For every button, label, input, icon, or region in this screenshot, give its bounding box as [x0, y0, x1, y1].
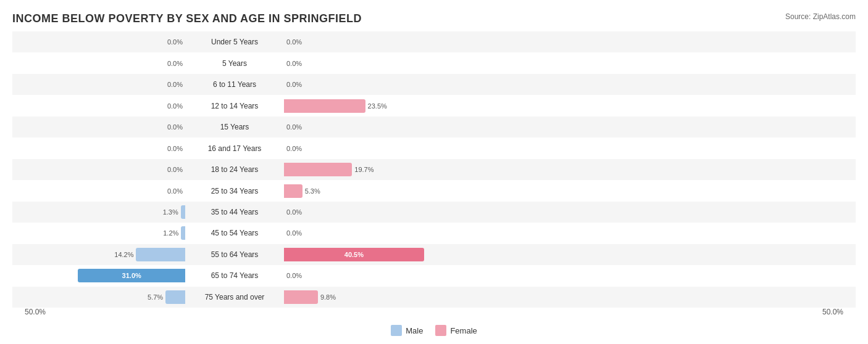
- bottom-labels: 50.0% 50.0%: [12, 308, 856, 316]
- male-side: 0.0%: [12, 99, 185, 113]
- bar-row: 0.0%16 and 17 Years0.0%: [12, 137, 856, 158]
- male-bar: 31.0%: [78, 269, 185, 282]
- female-value-label: 19.7%: [354, 166, 374, 173]
- male-value-label: 0.0%: [163, 102, 183, 110]
- male-value-label: 5.7%: [143, 293, 163, 301]
- female-value-label: 0.0%: [286, 60, 306, 67]
- female-bar: [284, 163, 352, 176]
- female-side: 0.0%: [284, 142, 457, 155]
- age-label: 16 and 17 Years: [185, 144, 284, 153]
- male-value-label: 14.2%: [114, 251, 133, 258]
- female-side: 0.0%: [284, 205, 457, 219]
- female-side: 0.0%: [284, 57, 457, 70]
- female-value-label: 0.0%: [286, 272, 306, 279]
- legend-female-box: [435, 325, 446, 336]
- age-label: 18 to 24 Years: [185, 165, 284, 174]
- male-bar: [181, 205, 185, 219]
- female-side: 0.0%: [284, 226, 457, 240]
- male-bar: [181, 226, 185, 240]
- male-side: 0.0%: [12, 57, 185, 70]
- male-side: 0.0%: [12, 78, 185, 91]
- male-value-label: 0.0%: [163, 166, 183, 173]
- bar-row: 0.0%5 Years0.0%: [12, 52, 856, 73]
- male-side: 0.0%: [12, 142, 185, 155]
- age-label: Under 5 Years: [185, 38, 284, 46]
- male-value-label: 0.0%: [163, 81, 183, 88]
- female-bar: [284, 184, 303, 198]
- male-bar: [136, 248, 185, 261]
- bar-row: 0.0%25 to 34 Years5.3%: [12, 180, 856, 201]
- male-value-label: 1.3%: [159, 208, 178, 216]
- source-label: Source: ZipAtlas.com: [785, 12, 856, 21]
- male-side: 5.7%: [12, 290, 185, 304]
- age-label: 55 to 64 Years: [185, 250, 284, 259]
- female-bar: [284, 99, 365, 113]
- male-value-label: 0.0%: [163, 145, 183, 152]
- age-label: 12 to 14 Years: [185, 102, 284, 110]
- legend: Male Female: [12, 321, 856, 340]
- chart-title: INCOME BELOW POVERTY BY SEX AND AGE IN S…: [12, 12, 856, 25]
- female-side: 40.5%: [284, 248, 457, 261]
- female-value-label: 9.8%: [320, 293, 340, 301]
- male-side: 0.0%: [12, 184, 185, 198]
- female-side: 0.0%: [284, 269, 457, 282]
- bar-row: 14.2%55 to 64 Years40.5%: [12, 244, 856, 265]
- female-value-label: 0.0%: [286, 38, 306, 46]
- male-value-label: 1.2%: [159, 229, 178, 237]
- female-side: 0.0%: [284, 78, 457, 91]
- legend-male-label: Male: [406, 326, 423, 335]
- bottom-left-label: 50.0%: [25, 308, 46, 316]
- bar-row: 31.0%65 to 74 Years0.0%: [12, 265, 856, 286]
- chart-container: INCOME BELOW POVERTY BY SEX AND AGE IN S…: [0, 0, 868, 344]
- age-label: 5 Years: [185, 59, 284, 68]
- bar-row: 0.0%18 to 24 Years19.7%: [12, 159, 856, 180]
- male-side: 31.0%: [12, 269, 185, 282]
- female-bar: 40.5%: [284, 248, 424, 261]
- male-value-label: 0.0%: [163, 60, 183, 67]
- bar-row: 0.0%12 to 14 Years23.5%: [12, 95, 856, 116]
- female-value-label: 0.0%: [286, 208, 306, 216]
- male-value-label: 0.0%: [163, 187, 183, 195]
- bottom-right-label: 50.0%: [822, 308, 843, 316]
- female-side: 0.0%: [284, 35, 457, 49]
- legend-female: Female: [435, 325, 477, 336]
- age-label: 25 to 34 Years: [185, 187, 284, 195]
- legend-male: Male: [391, 325, 423, 336]
- male-side: 14.2%: [12, 248, 185, 261]
- bar-row: 0.0%15 Years0.0%: [12, 117, 856, 137]
- bar-row: 5.7%75 Years and over9.8%: [12, 287, 856, 308]
- male-side: 1.3%: [12, 205, 185, 219]
- age-label: 35 to 44 Years: [185, 208, 284, 216]
- female-bar: [284, 290, 318, 304]
- legend-female-label: Female: [450, 326, 477, 335]
- female-side: 23.5%: [284, 99, 457, 113]
- male-side: 0.0%: [12, 163, 185, 176]
- age-label: 45 to 54 Years: [185, 229, 284, 237]
- male-side: 0.0%: [12, 35, 185, 49]
- female-side: 5.3%: [284, 184, 457, 198]
- age-label: 6 to 11 Years: [185, 80, 284, 89]
- female-side: 9.8%: [284, 290, 457, 304]
- legend-male-box: [391, 325, 402, 336]
- female-side: 0.0%: [284, 120, 457, 134]
- bars-area: 0.0%Under 5 Years0.0%0.0%5 Years0.0%0.0%…: [12, 31, 856, 308]
- age-label: 65 to 74 Years: [185, 271, 284, 280]
- male-side: 0.0%: [12, 120, 185, 134]
- bar-row: 0.0%Under 5 Years0.0%: [12, 31, 856, 52]
- male-side: 1.2%: [12, 226, 185, 240]
- male-bar: [165, 290, 185, 304]
- female-value-label: 0.0%: [286, 145, 306, 152]
- bar-row: 1.3%35 to 44 Years0.0%: [12, 202, 856, 223]
- age-label: 75 Years and over: [185, 293, 284, 301]
- male-value-label: 0.0%: [163, 38, 183, 46]
- female-side: 19.7%: [284, 163, 457, 176]
- female-value-label: 0.0%: [286, 123, 306, 131]
- male-value-label: 0.0%: [163, 123, 183, 131]
- bar-row: 0.0%6 to 11 Years0.0%: [12, 74, 856, 95]
- female-value-label: 0.0%: [286, 229, 306, 237]
- female-value-label: 0.0%: [286, 81, 306, 88]
- female-value-label: 23.5%: [368, 102, 388, 110]
- age-label: 15 Years: [185, 123, 284, 131]
- female-value-label: 5.3%: [305, 187, 325, 195]
- bar-row: 1.2%45 to 54 Years0.0%: [12, 223, 856, 244]
